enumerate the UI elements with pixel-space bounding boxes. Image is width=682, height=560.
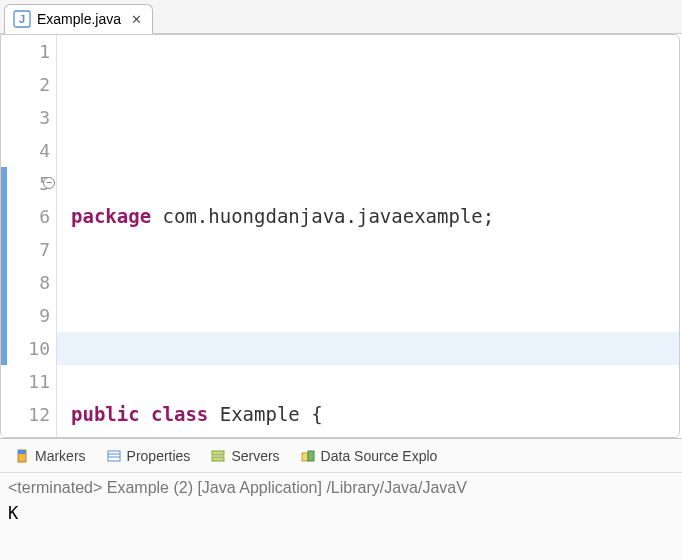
bookmark-icon (14, 448, 30, 464)
fold-collapse-icon[interactable]: − (43, 177, 55, 189)
editor-tab-label: Example.java (37, 11, 121, 27)
panel-tab-datasource[interactable]: Data Source Explo (292, 444, 446, 468)
bottom-panel: Markers Properties Servers Data Source E… (0, 438, 682, 560)
code-line (71, 299, 679, 332)
svg-rect-9 (302, 453, 308, 461)
marker-strip (1, 35, 15, 437)
panel-tab-properties[interactable]: Properties (98, 444, 199, 468)
panel-tab-servers[interactable]: Servers (202, 444, 287, 468)
editor-tab[interactable]: J Example.java ✕ (4, 4, 153, 34)
properties-icon (106, 448, 122, 464)
svg-rect-7 (212, 451, 224, 455)
code-line: public class Example { (71, 398, 679, 431)
line-numbers: 1 2 3 4 5 6 7 8 9 10 11 12 (28, 35, 50, 431)
code-area[interactable]: package com.huongdanjava.javaexample; pu… (57, 35, 679, 437)
java-file-icon: J (13, 10, 31, 28)
svg-rect-8 (212, 457, 224, 461)
editor-area: 1 2 3 4 5 6 7 8 9 10 11 12 − package com… (0, 34, 680, 438)
console-header: <terminated> Example (2) [Java Applicati… (0, 473, 682, 499)
svg-rect-3 (18, 450, 26, 454)
code-line: package com.huongdanjava.javaexample; (71, 200, 679, 233)
svg-rect-10 (308, 451, 314, 461)
console-output: K (0, 499, 682, 527)
panel-tab-bar: Markers Properties Servers Data Source E… (0, 439, 682, 473)
editor-tab-bar: J Example.java ✕ (0, 0, 682, 34)
svg-rect-4 (108, 451, 120, 461)
close-icon[interactable]: ✕ (131, 12, 142, 27)
servers-icon (210, 448, 226, 464)
gutter: 1 2 3 4 5 6 7 8 9 10 11 12 − (1, 35, 57, 437)
panel-tab-markers[interactable]: Markers (6, 444, 94, 468)
datasource-icon (300, 448, 316, 464)
svg-text:J: J (19, 13, 25, 25)
